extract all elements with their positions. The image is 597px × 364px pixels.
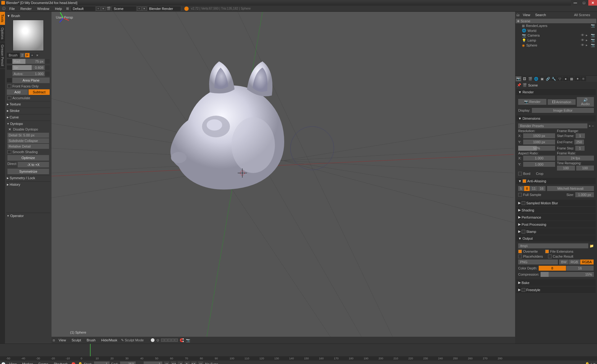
time-remap-new-field[interactable]: 100 — [576, 166, 594, 171]
disable-dyntopo-x[interactable]: ✕ — [7, 127, 12, 131]
jump-to-end-button[interactable]: ⏭ — [198, 362, 203, 364]
timeline-ruler[interactable]: -50-40-30-20-100102030405060708090100110… — [0, 356, 597, 361]
texture-panel-header[interactable]: ▶Texture — [6, 101, 50, 107]
layer-buttons[interactable] — [161, 339, 178, 342]
accumulate-checkbox[interactable] — [7, 96, 11, 100]
performance-panel-header[interactable]: ▶Performance — [516, 214, 596, 220]
brush-preview[interactable] — [13, 20, 44, 51]
shading-mode-icon[interactable] — [151, 338, 155, 342]
radius-icon[interactable] — [7, 59, 12, 64]
play-reverse-button[interactable]: ◀ — [178, 362, 183, 364]
shading-panel-header[interactable]: ▶Shading — [516, 207, 596, 213]
add-layout-button[interactable]: + — [96, 7, 101, 11]
lamp-select-toggle[interactable]: ▸ — [586, 38, 590, 42]
history-panel-header[interactable]: ▶History — [6, 181, 50, 187]
camera-render-toggle[interactable]: 📷 — [591, 33, 595, 38]
color-rgb[interactable]: RGB — [569, 260, 580, 264]
prop-tab-physics[interactable]: ⚛ — [581, 76, 586, 81]
outliner-camera[interactable]: 📷Camera 👁 ▸ 📷 — [516, 33, 596, 38]
compression-slider[interactable]: 15% — [541, 272, 594, 277]
brush-users[interactable]: 2 — [20, 53, 25, 57]
outliner-world[interactable]: 🌐World — [516, 28, 596, 33]
curve-panel-header[interactable]: ▶Curve — [6, 114, 50, 120]
brush-name-field[interactable]: Brush — [7, 53, 20, 58]
cache-result-checkbox[interactable] — [548, 255, 552, 258]
output-browse-button[interactable]: 📁 — [590, 244, 594, 248]
prop-tab-texture[interactable]: ▦ — [569, 76, 574, 81]
viewport-menu-hidemask[interactable]: Hide/Mask — [99, 338, 119, 343]
delete-key-button[interactable]: ✕ — [593, 362, 596, 364]
layout-icon[interactable]: ⊞ — [65, 6, 70, 11]
full-sample-checkbox[interactable] — [518, 193, 522, 197]
start-frame-field[interactable]: 1 — [576, 133, 585, 138]
resolution-pct-slider[interactable]: 50% — [518, 146, 555, 151]
remove-layout-button[interactable]: ✕ — [101, 7, 105, 11]
aa-16[interactable]: 16 — [538, 186, 546, 191]
subdiv-method-dropdown[interactable]: Subdivide Collapse — [7, 138, 49, 143]
brush-panel-header[interactable]: ▼Brush — [6, 13, 50, 19]
timeline-track[interactable] — [0, 344, 597, 356]
end-frame-field[interactable]: 250 — [574, 140, 584, 144]
color-mode-selector[interactable]: BW RGB RGBA — [559, 260, 594, 264]
aa-11[interactable]: 11 — [530, 186, 538, 191]
color-depth-selector[interactable]: 8 16 — [539, 266, 594, 271]
overwrite-checkbox[interactable] — [518, 250, 522, 253]
auto-keyframe-toggle[interactable]: 🔴 — [71, 362, 76, 364]
sphere-visibility-toggle[interactable]: 👁 — [581, 43, 585, 47]
anti-aliasing-panel-header[interactable]: ▼Anti-Aliasing — [516, 178, 596, 184]
scene-icon[interactable]: 🎬 — [106, 6, 111, 11]
add-brush-button[interactable]: + — [30, 53, 34, 57]
color-rgba[interactable]: RGBA — [580, 260, 594, 264]
optimize-button[interactable]: Optimize — [7, 155, 49, 161]
lamp-visibility-toggle[interactable]: 👁 — [581, 38, 585, 42]
brush-fake-user[interactable]: F — [25, 53, 29, 57]
subtract-direction-button[interactable]: Subtract — [29, 89, 50, 95]
autosmooth-slider[interactable]: Autos:1.000 — [12, 71, 45, 76]
dyntopo-panel-header[interactable]: ▼Dyntopo — [6, 121, 50, 127]
window-close-button[interactable]: ✕ — [588, 0, 597, 6]
remove-scene-button[interactable]: ✕ — [142, 7, 146, 11]
front-faces-checkbox[interactable] — [7, 84, 11, 88]
aa-8[interactable]: 8 — [524, 186, 530, 191]
window-maximize-button[interactable]: □ — [580, 0, 588, 6]
timeline-menu-playback[interactable]: Playback — [52, 362, 70, 364]
file-extensions-checkbox[interactable] — [545, 250, 549, 253]
timeline-menu-marker[interactable]: Marker — [20, 362, 35, 364]
pin-icon[interactable]: 📌 — [517, 83, 521, 87]
aa-5[interactable]: 5 — [518, 186, 524, 191]
disable-dyntopo-label[interactable]: Disable Dyntopo — [13, 127, 38, 131]
mode-dropdown[interactable]: ✎ Sculpt Mode — [121, 338, 149, 342]
render-button[interactable]: 📷 Render — [518, 99, 546, 105]
viewport-menu-brush[interactable]: Brush — [85, 338, 97, 343]
menu-file[interactable]: File — [7, 6, 17, 11]
screen-layout-dropdown[interactable]: Default — [71, 6, 96, 11]
smooth-shading-checkbox[interactable] — [7, 150, 11, 154]
editor-type-3dview-icon[interactable]: ⧈ — [53, 338, 55, 342]
next-keyframe-button[interactable]: ▶▶ — [191, 362, 196, 364]
direction-dropdown[interactable]: -X to +X — [18, 162, 49, 167]
resolution-y-field[interactable]: 1080 px — [523, 140, 555, 144]
border-checkbox[interactable] — [518, 172, 522, 175]
3d-viewport[interactable]: User Persp — [52, 12, 515, 344]
sync-mode-dropdown[interactable]: No Sync — [205, 362, 224, 364]
lamp-render-toggle[interactable]: 📷 — [591, 38, 595, 42]
pivot-icon[interactable]: ⊙ — [156, 338, 159, 342]
render-engine-dropdown[interactable]: Blender Render — [147, 6, 181, 11]
prop-tab-scene[interactable]: 🎬 — [527, 76, 533, 81]
prev-keyframe-button[interactable]: ◀◀ — [171, 362, 176, 364]
output-panel-header[interactable]: ▼Output — [516, 235, 596, 242]
outliner-display-dropdown[interactable]: All Scenes — [574, 13, 596, 17]
timeline-current-frame-field[interactable]: 1 — [144, 362, 162, 364]
aa-samples-selector[interactable]: 5 8 11 16 — [518, 186, 546, 191]
prop-tab-renderlayers[interactable]: 🖼 — [522, 76, 527, 81]
detail-size-field[interactable]: Detail Si: 5.00 px — [7, 133, 49, 138]
symmetry-lock-panel-header[interactable]: ▶Symmetry / Lock — [6, 175, 50, 181]
plane-icon[interactable] — [7, 78, 12, 82]
sampled-motion-blur-panel-header[interactable]: ▶Sampled Motion Blur — [516, 200, 596, 206]
frame-step-field[interactable]: 1 — [575, 146, 585, 151]
sculpt-plane-dropdown[interactable]: Area Plane — [12, 78, 50, 83]
aspect-x-field[interactable]: 1.000 — [523, 156, 555, 161]
prop-tab-object[interactable]: ▣ — [539, 76, 545, 81]
strength-slider[interactable]: Str:0.608 — [12, 65, 45, 70]
outliner-scene[interactable]: ◈Scene — [516, 19, 596, 23]
